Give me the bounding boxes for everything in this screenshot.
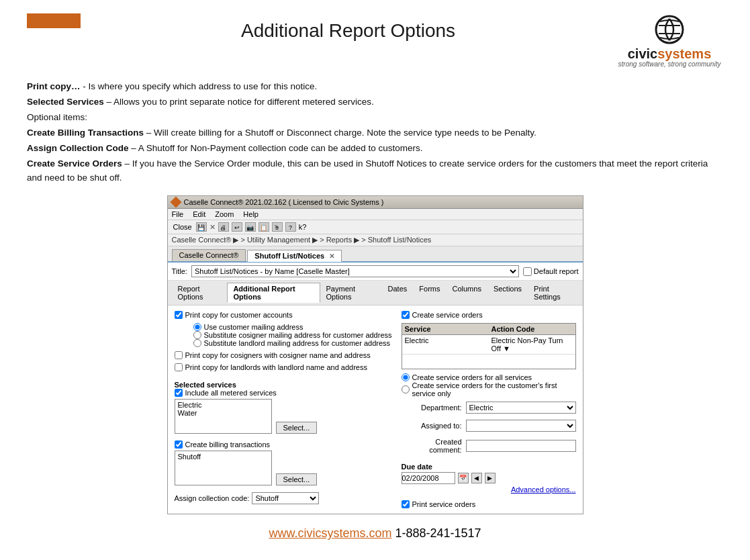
service-order-options: Create service orders for all services C… — [402, 373, 576, 398]
created-comment-input[interactable] — [466, 440, 576, 452]
due-date-section: Due date 📅 ◀ ▶ Advanced options... — [402, 463, 576, 494]
due-date-input[interactable] — [402, 472, 455, 484]
menu-edit[interactable]: Edit — [193, 210, 205, 218]
print-service-orders-label: Print service orders — [412, 500, 476, 508]
assigned-to-row: Assigned to: — [402, 420, 576, 432]
print-landlord-checkbox[interactable] — [175, 363, 183, 371]
desc-line4-rest: – Will create billing for a Shutoff or D… — [144, 128, 536, 138]
toolbar: Close 💾 ✕ 🖨 ↩ 📷 📋 🖱 ? k? — [168, 220, 583, 234]
report-nav: Report Options Additional Report Options… — [168, 281, 583, 306]
undo-icon[interactable]: ↩ — [232, 222, 242, 232]
default-report-checkbox[interactable] — [523, 267, 532, 276]
billing-select-button[interactable]: Select... — [276, 473, 318, 485]
save-icon[interactable]: 💾 — [196, 222, 207, 232]
description-text: Print copy… - Is where you specify which… — [27, 80, 723, 185]
desc-line4: Create Billing Transactions – Will creat… — [27, 126, 723, 140]
calendar-icon[interactable]: 📅 — [458, 473, 469, 483]
pointer-icon[interactable]: 🖱 — [272, 222, 283, 232]
desc-line5: Assign Collection Code – A Shutoff for N… — [27, 142, 723, 156]
nav-print-settings[interactable]: Print Settings — [528, 283, 578, 303]
desc-line3: Optional items: — [27, 111, 723, 125]
radio-all-services-label: Create service orders for all services — [412, 373, 532, 381]
print-copy-checkbox[interactable] — [175, 311, 183, 319]
print-icon[interactable]: 🖨 — [218, 222, 229, 232]
tab-shutoff[interactable]: Shutoff List/Notices ✕ — [247, 250, 342, 262]
menu-help[interactable]: Help — [243, 210, 259, 218]
tab-close-icon[interactable]: ✕ — [329, 252, 334, 260]
default-report-label: Default report — [534, 267, 579, 275]
billing-list: Shutoff — [175, 451, 272, 485]
title-dropdown[interactable]: Shutoff List/Notices - by Name [Caselle … — [191, 265, 519, 277]
menu-zoom[interactable]: Zoom — [215, 210, 234, 218]
radio-all-services: Create service orders for all services — [402, 373, 576, 381]
assigned-to-label: Assigned to: — [402, 422, 462, 430]
radio-all-services-input[interactable] — [402, 373, 410, 381]
nav-columns[interactable]: Columns — [446, 283, 487, 303]
term-selected-services: Selected Services — [27, 97, 104, 107]
nav-additional-report[interactable]: Additional Report Options — [227, 283, 320, 303]
logo-icon — [653, 13, 686, 46]
copy-icon[interactable]: 📋 — [259, 222, 269, 232]
department-label: Department: — [402, 404, 462, 412]
create-billing-checkbox[interactable] — [175, 440, 183, 449]
assign-dropdown[interactable]: Shutoff — [252, 492, 319, 504]
menu-bar: File Edit Zoom Help — [168, 209, 583, 220]
radio-landlord-input[interactable] — [193, 339, 201, 347]
radio-customer-input[interactable] — [193, 323, 201, 331]
service-water: Water — [178, 409, 269, 417]
print-cosigner-label: Print copy for cosigners with cosigner n… — [185, 351, 371, 359]
services-select-button[interactable]: Select... — [276, 422, 318, 434]
print-cosigner-row: Print copy for cosigners with cosigner n… — [175, 351, 395, 359]
created-comment-row: Created comment: — [402, 438, 576, 454]
cell-action-electric: Electric Non-Pay Turn Off ▼ — [489, 335, 575, 354]
radio-first-service-input[interactable] — [402, 385, 410, 393]
nav-payment-options[interactable]: Payment Options — [320, 283, 382, 303]
table-body: Electric Electric Non-Pay Turn Off ▼ — [402, 335, 575, 369]
footer-url[interactable]: www.civicsystems.com — [269, 526, 391, 540]
assigned-to-dropdown[interactable] — [466, 420, 576, 432]
help-icon[interactable]: ? — [285, 222, 296, 232]
close-button[interactable]: Close — [172, 223, 193, 231]
create-billing-row: Create billing transactions — [175, 440, 395, 449]
desc-line1-rest: - Is where you specify which address to … — [81, 81, 318, 91]
radio-first-service-label: Create service orders for the customer's… — [412, 381, 576, 398]
screenshot-wrapper: Caselle Connect® 2021.02.162 ( Licensed … — [27, 195, 723, 514]
assign-label: Assign collection code: — [175, 494, 250, 502]
term-create-billing: Create Billing Transactions — [27, 128, 144, 138]
nav-sections[interactable]: Sections — [487, 283, 528, 303]
logo-area: civicsystems strong software, strong com… — [616, 13, 723, 68]
logo-text: civicsystems — [628, 47, 712, 60]
create-service-orders-checkbox[interactable] — [402, 311, 410, 319]
col-service: Service — [402, 324, 489, 334]
radio-cosigner-input[interactable] — [193, 331, 201, 339]
billing-row: Shutoff Select... — [175, 451, 395, 485]
next-date-button[interactable]: ▶ — [485, 473, 496, 483]
prev-date-button[interactable]: ◀ — [471, 473, 482, 483]
camera-icon[interactable]: 📷 — [245, 222, 256, 232]
breadcrumb-text: Caselle Connect® ▶ > Utility Management … — [172, 236, 432, 244]
nav-dates[interactable]: Dates — [382, 283, 414, 303]
nav-forms[interactable]: Forms — [413, 283, 446, 303]
logo-civic: civic — [628, 46, 657, 61]
term-create-service-orders: Create Service Orders — [27, 158, 122, 169]
print-cosigner-checkbox[interactable] — [175, 351, 183, 359]
menu-file[interactable]: File — [172, 210, 184, 218]
tab-caselle-connect[interactable]: Caselle Connect® — [172, 249, 246, 261]
desc-line1: Print copy… - Is where you specify which… — [27, 80, 723, 94]
page-title: Additional Report Options — [81, 20, 616, 42]
title-bar-icon — [170, 197, 181, 208]
advanced-options-link[interactable]: Advanced options... — [402, 485, 576, 494]
print-service-orders-checkbox[interactable] — [402, 500, 410, 508]
service-orders-table: Service Action Code Electric Electric No… — [402, 323, 576, 369]
radio-first-service: Create service orders for the customer's… — [402, 381, 576, 398]
services-row: Electric Water Select... — [175, 399, 395, 434]
include-all-checkbox[interactable] — [175, 389, 183, 397]
billing-item-shutoff: Shutoff — [178, 453, 269, 461]
print-copy-row: Print copy for customer accounts — [175, 311, 395, 319]
created-comment-label: Created comment: — [402, 438, 462, 454]
nav-report-options[interactable]: Report Options — [172, 283, 228, 303]
radio-landlord-label: Substitute landlord mailing address for … — [204, 339, 391, 347]
department-dropdown[interactable]: Electric — [466, 402, 576, 414]
print-copy-label: Print copy for customer accounts — [185, 311, 293, 319]
department-row: Department: Electric — [402, 402, 576, 414]
